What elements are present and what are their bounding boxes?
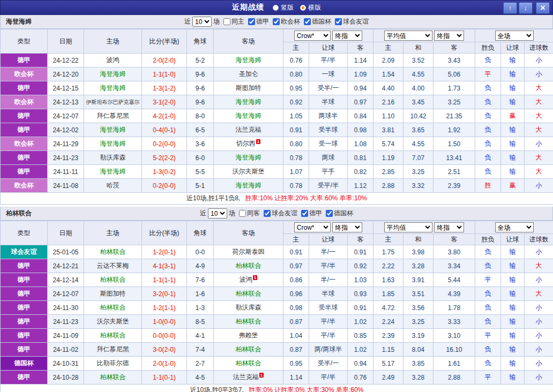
average-select[interactable]: 平均值 [384,222,432,232]
avg-away-cell: 2.88 [434,371,475,385]
odds-home-cell: 0.95 [283,357,309,371]
average-select[interactable]: 平均值 [384,31,432,41]
away-team-cell[interactable]: 波鸿1 [214,273,283,287]
league-cell: 德甲 [1,259,48,273]
home-team-cell[interactable]: 沃尔夫斯堡 [84,315,142,329]
odds-home-cell: 0.78 [283,151,309,165]
avg-away-cell: 3.33 [434,315,475,329]
same-venue-checkbox[interactable] [239,210,246,217]
home-team-cell[interactable]: 柏林联合 [84,273,142,287]
away-team-cell[interactable]: 海登海姆 [214,179,283,193]
league-filter[interactable]: 德国杯 [322,209,353,218]
scope-select[interactable]: 全场 [495,222,534,232]
league-checkbox[interactable] [326,210,333,217]
bookmaker-select[interactable]: Crow* [294,31,331,41]
league-filter[interactable]: 德甲 [244,17,269,26]
avg-stage-select[interactable]: 终指 [434,222,464,232]
scroll-up-button[interactable]: ↑ [503,2,517,14]
away-team-cell[interactable]: 沃尔夫斯堡 [214,165,283,179]
bookmaker-select[interactable]: Crow* [294,222,331,232]
league-checkbox[interactable] [264,210,271,217]
away-team-cell[interactable]: 勒沃库森 [214,301,283,315]
league-filter[interactable]: 德国杯 [300,17,331,26]
subcol-handicap-result: 让球 [501,42,525,54]
away-team-cell[interactable]: 荷尔斯泰因 [214,245,283,259]
odds-away-cell: 0.85 [348,329,373,343]
away-team-cell[interactable]: 海登海姆 [214,95,283,109]
home-team-cell[interactable]: 柏林联合 [84,245,142,259]
home-team-cell[interactable]: 海登海姆 [84,165,142,179]
home-team-cell[interactable]: 柏林联合 [84,371,142,385]
league-filter[interactable]: 球会友谊 [260,209,297,218]
date-cell: 24-11-09 [48,329,84,343]
avg-draw-cell: 3.25 [403,315,434,329]
rank-badge: 1 [253,275,257,280]
layout-radio-horizontal[interactable]: 横版 [300,3,321,12]
away-team-cell[interactable]: 法兰克福 [214,123,283,137]
home-team-cell[interactable]: 拜仁慕尼黑 [84,109,142,123]
scope-select[interactable]: 全场 [495,31,534,41]
home-team-cell[interactable]: 伊斯坦布尔巴萨克塞尔 [84,95,142,109]
match-count-select[interactable]: 10 [208,208,227,218]
league-checkbox[interactable] [273,18,280,25]
avg-away-cell: 3.80 [434,245,475,259]
subcol-odds-away: 客 [348,234,373,245]
avg-stage-select[interactable]: 终指 [434,31,464,41]
league-checkbox[interactable] [304,18,311,25]
away-team-cell[interactable]: 柏林联合 [214,343,283,357]
league-filter[interactable]: 欧会杯 [269,17,300,26]
home-team-cell[interactable]: 海登海姆 [84,67,142,81]
home-team-cell[interactable]: 海登海姆 [84,123,142,137]
home-team-cell[interactable]: 柏林联合 [84,301,142,315]
league-checkbox[interactable] [248,18,255,25]
close-button[interactable]: × [536,2,550,14]
home-team-cell[interactable]: 海登海姆 [84,137,142,151]
match-count-select[interactable]: 10 [192,17,212,27]
same-venue-filter[interactable]: 同客 [235,209,260,218]
away-team-cell[interactable]: 柏林联合 [214,259,283,273]
home-team-cell[interactable]: 比勒菲尔德 [84,357,142,371]
same-venue-checkbox[interactable] [223,18,230,25]
avg-draw-cell: 7.07 [403,151,434,165]
league-checkbox[interactable] [301,210,308,217]
home-team-cell[interactable]: 斯图加特 [84,287,142,301]
col-score: 比分(半场) [142,29,187,54]
avg-away-cell: 4.39 [434,287,475,301]
col-home: 主场 [84,221,142,245]
home-team-cell[interactable]: 波鸿 [84,54,142,67]
odds-stage-select[interactable]: 终指 [332,222,362,232]
odds-away-cell: 1.02 [348,315,373,329]
scroll-down-button[interactable]: ↓ [519,2,533,14]
away-team-cell[interactable]: 弗赖堡 [214,329,283,343]
away-team-cell[interactable]: 法兰克福1 [214,371,283,385]
odds-home-cell: 1.05 [283,109,309,123]
away-team-cell[interactable]: 海登海姆 [214,151,283,165]
away-team-cell[interactable]: 圣加仑 [214,67,283,81]
home-team-cell[interactable]: 哈茨 [84,179,142,193]
league-label: 球会友谊 [343,17,369,26]
goals-result-cell: 大 [525,109,553,123]
away-team-cell[interactable]: 海登海姆 [214,109,283,123]
home-team-cell[interactable]: 柏林联合 [84,329,142,343]
league-filter[interactable]: 德甲 [297,209,322,218]
away-team-cell[interactable]: 柏林联合 [214,287,283,301]
titlebar-center: 近期战绩 竖版横版 [1,3,552,12]
league-checkbox[interactable] [335,18,342,25]
home-team-cell[interactable]: 云达不莱梅 [84,259,142,273]
home-team-cell[interactable]: 海登海姆 [84,81,142,95]
layout-radio-vertical[interactable]: 竖版 [273,3,294,12]
away-team-cell[interactable]: 柏林联合 [214,357,283,371]
away-team-cell[interactable]: 海登海姆 [214,54,283,67]
away-team-cell[interactable]: 斯图加特 [214,81,283,95]
home-team-cell[interactable]: 勒沃库森 [84,151,142,165]
league-filter[interactable]: 球会友谊 [331,17,369,26]
avg-home-cell: 1.75 [373,245,403,259]
radio-label: 竖版 [281,3,294,12]
league-filter-group: 球会友谊德甲德国杯 [260,209,353,218]
away-team-cell[interactable]: 切尔西1 [214,137,283,151]
home-team-cell[interactable]: 拜仁慕尼黑 [84,343,142,357]
avg-away-cell: 5.06 [434,67,475,81]
away-team-cell[interactable]: 柏林联合 [214,315,283,329]
same-venue-filter[interactable]: 同主 [220,17,244,26]
odds-stage-select[interactable]: 终指 [332,31,362,41]
